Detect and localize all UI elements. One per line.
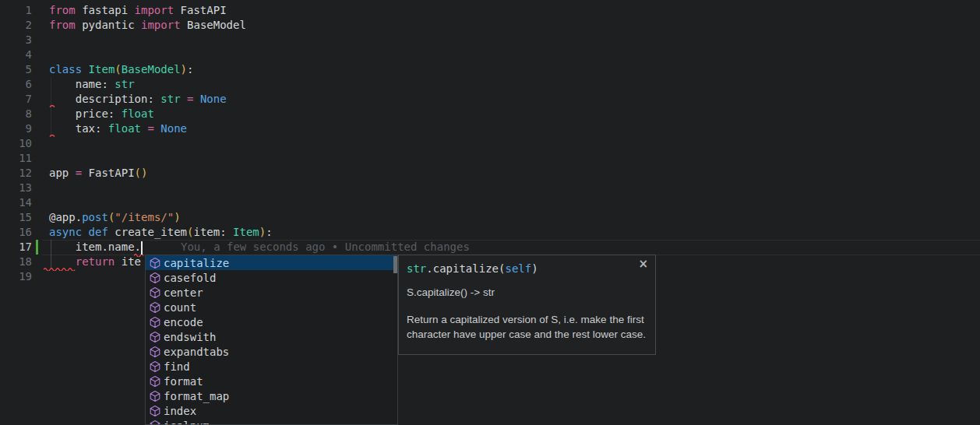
line-number[interactable]: 12	[0, 166, 32, 181]
line-number[interactable]: 1	[0, 3, 32, 18]
code-line-8[interactable]: 8 price: float	[0, 107, 980, 121]
code-line-15[interactable]: 15@app.post("/items/")	[0, 210, 980, 225]
suggestion-item-endswith[interactable]: endswith	[146, 329, 397, 344]
method-cube-icon	[149, 405, 161, 417]
line-number[interactable]: 8	[0, 107, 32, 121]
suggestion-label: index	[164, 405, 196, 417]
suggestion-label: format_map	[164, 390, 229, 402]
method-cube-icon	[149, 375, 161, 388]
method-cube-icon	[149, 301, 161, 314]
code-text: async def create_item(item: Item):	[49, 225, 273, 240]
suggestion-item-count[interactable]: count	[146, 300, 397, 314]
scrollbar-thumb[interactable]	[393, 256, 397, 273]
suggestion-label: casefold	[164, 272, 216, 284]
suggestion-label: expandtabs	[164, 346, 229, 358]
code-line-14[interactable]: 14	[0, 195, 980, 210]
method-cube-icon	[149, 316, 161, 328]
close-icon[interactable]: ×	[638, 258, 648, 270]
line-number[interactable]: 3	[0, 33, 32, 47]
suggestion-label: endswith	[164, 331, 216, 343]
code-line-5[interactable]: 5class Item(BaseModel):	[0, 62, 980, 77]
code-line-17[interactable]: 17 item.name.You, a few seconds ago • Un…	[0, 240, 980, 255]
line-number[interactable]: 7	[0, 92, 32, 107]
suggestion-item-format_map[interactable]: format_map	[146, 388, 397, 403]
suggestion-label: capitalize	[164, 257, 229, 269]
method-cube-icon	[149, 272, 161, 284]
method-cube-icon	[149, 360, 161, 373]
code-text: name: str	[49, 77, 135, 92]
git-blame-annotation: You, a few seconds ago • Uncommitted cha…	[181, 240, 470, 255]
suggestion-docs-panel: str.capitalize(self) × S.capitalize() ->…	[398, 255, 656, 355]
code-line-1[interactable]: 1from fastapi import FastAPI	[0, 3, 980, 18]
line-number[interactable]: 11	[0, 151, 32, 166]
code-line-16[interactable]: 16async def create_item(item: Item):	[0, 225, 980, 240]
line-number[interactable]: 19	[0, 269, 32, 284]
line-number[interactable]: 13	[0, 181, 32, 195]
code-text: item.name.	[49, 240, 141, 255]
suggestion-label: center	[164, 286, 203, 299]
line-number[interactable]: 2	[0, 18, 32, 33]
code-line-4[interactable]: 4	[0, 47, 980, 62]
suggestion-item-center[interactable]: center	[146, 285, 397, 300]
code-line-13[interactable]: 13	[0, 181, 980, 195]
code-line-7[interactable]: 7 description: str = None	[0, 92, 980, 107]
method-signature: str.capitalize(self)	[407, 262, 636, 276]
error-squiggle-icon	[49, 133, 57, 138]
code-line-9[interactable]: 9 tax: float = None	[0, 121, 980, 136]
code-text: tax: float = None	[49, 121, 187, 136]
suggestion-item-format[interactable]: format	[146, 374, 397, 388]
code-line-12[interactable]: 12app = FastAPI()	[0, 166, 980, 181]
suggestion-label: find	[164, 360, 190, 373]
code-text: app = FastAPI()	[49, 166, 147, 181]
text-cursor	[141, 241, 143, 255]
method-cube-icon	[149, 331, 161, 343]
code-editor-window: 1from fastapi import FastAPI2from pydant…	[0, 0, 980, 425]
suggestion-item-isalnum[interactable]: isalnum	[146, 418, 397, 425]
code-line-10[interactable]: 10	[0, 136, 980, 151]
line-number[interactable]: 6	[0, 77, 32, 92]
suggestion-label: isalnum	[164, 420, 210, 425]
suggestion-item-casefold[interactable]: casefold	[146, 270, 397, 285]
line-number[interactable]: 4	[0, 47, 32, 62]
line-number[interactable]: 17	[0, 240, 32, 255]
method-cube-icon	[149, 257, 161, 269]
suggestion-label: format	[164, 375, 203, 388]
autocomplete-popup: capitalize casefold center count encode …	[145, 255, 398, 425]
code-text: @app.post("/items/")	[49, 210, 181, 225]
code-line-3[interactable]: 3	[0, 33, 980, 47]
docs-summary: S.capitalize() -> str	[407, 286, 647, 299]
suggestion-label: count	[164, 301, 196, 314]
error-squiggle-icon	[44, 266, 77, 271]
line-number[interactable]: 15	[0, 210, 32, 225]
code-text: description: str = None	[49, 92, 227, 107]
suggestion-item-index[interactable]: index	[146, 403, 397, 418]
line-number[interactable]: 9	[0, 121, 32, 136]
line-number[interactable]: 10	[0, 136, 32, 151]
method-cube-icon	[149, 286, 161, 299]
suggestion-label: encode	[164, 316, 203, 328]
code-text: class Item(BaseModel):	[49, 62, 193, 77]
suggestion-item-capitalize[interactable]: capitalize	[146, 255, 397, 270]
docs-description: Return a capitalized version of S, i.e. …	[407, 312, 647, 342]
error-squiggle-icon	[134, 252, 145, 257]
line-number[interactable]: 14	[0, 195, 32, 210]
code-text: from pydantic import BaseModel	[49, 18, 246, 33]
code-text: price: float	[49, 107, 154, 121]
gutter-modified-indicator	[36, 240, 38, 255]
code-line-11[interactable]: 11	[0, 151, 980, 166]
method-cube-icon	[149, 420, 161, 425]
line-number[interactable]: 5	[0, 62, 32, 77]
code-line-6[interactable]: 6 name: str	[0, 77, 980, 92]
line-number[interactable]: 16	[0, 225, 32, 240]
suggestion-item-encode[interactable]: encode	[146, 314, 397, 329]
method-cube-icon	[149, 390, 161, 402]
line-number[interactable]: 18	[0, 255, 32, 269]
suggestion-item-expandtabs[interactable]: expandtabs	[146, 344, 397, 359]
method-cube-icon	[149, 346, 161, 358]
suggestion-item-find[interactable]: find	[146, 359, 397, 374]
code-text: from fastapi import FastAPI	[49, 3, 227, 18]
code-line-2[interactable]: 2from pydantic import BaseModel	[0, 18, 980, 33]
suggestion-list: capitalize casefold center count encode …	[146, 255, 397, 425]
code-area[interactable]: 1from fastapi import FastAPI2from pydant…	[0, 3, 980, 284]
error-squiggle-icon	[49, 104, 57, 108]
